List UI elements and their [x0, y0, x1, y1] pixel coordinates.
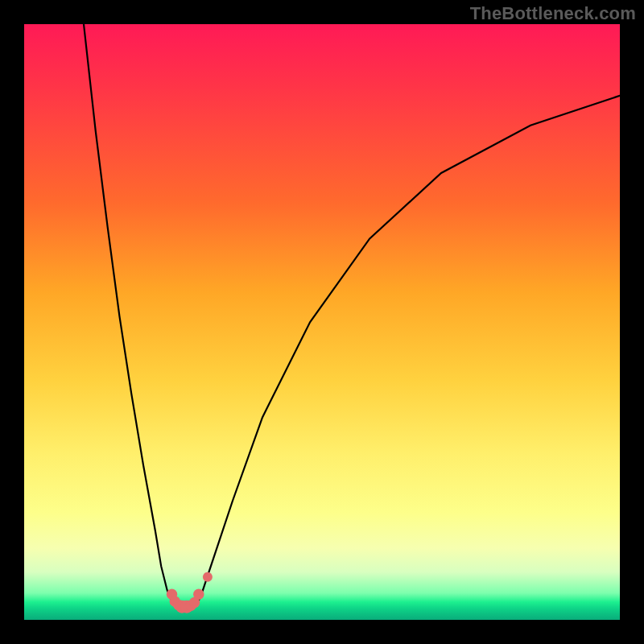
- curve-left-branch: [84, 24, 172, 602]
- valley-markers: [167, 572, 213, 613]
- watermark-text: TheBottleneck.com: [470, 3, 636, 24]
- plot-area: [24, 24, 620, 620]
- curve-right-branch: [198, 96, 620, 602]
- bottleneck-curve: [24, 24, 620, 620]
- chart-frame: TheBottleneck.com: [0, 0, 644, 644]
- valley-marker: [193, 589, 204, 600]
- valley-marker: [203, 572, 213, 582]
